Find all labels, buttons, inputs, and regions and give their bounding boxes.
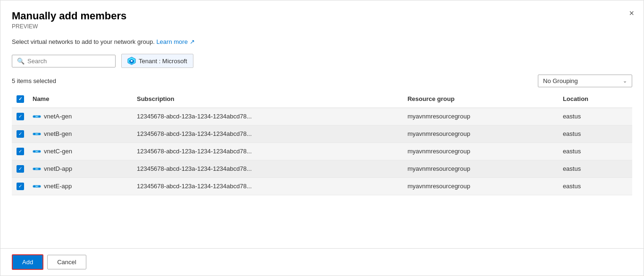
col-location: Location <box>559 90 632 108</box>
row-subscription: 12345678-abcd-123a-1234-1234abcd78... <box>133 177 404 195</box>
svg-point-2 <box>131 60 133 62</box>
close-button[interactable]: × <box>629 9 634 17</box>
row-resource-group: myavnmresourcegroup <box>404 142 559 160</box>
row-checkbox-cell[interactable]: ✓ <box>12 125 29 142</box>
svg-point-6 <box>36 116 38 117</box>
col-name: Name <box>29 90 133 108</box>
svg-point-12 <box>36 133 38 134</box>
row-name-text: vnetA-gen <box>44 113 72 120</box>
row-name-text: vnetC-gen <box>44 148 72 155</box>
learn-more-link[interactable]: Learn more ↗ <box>156 38 194 45</box>
col-subscription: Subscription <box>133 90 404 108</box>
search-icon: 🔍 <box>17 58 25 65</box>
dialog-subtitle: PREVIEW <box>12 23 632 30</box>
row-checkbox[interactable]: ✓ <box>17 113 24 120</box>
items-selected-count: 5 items selected <box>12 77 56 84</box>
dialog-title: Manually add members <box>12 10 632 22</box>
header-checkbox[interactable]: ✓ <box>17 95 24 103</box>
row-checkbox-cell[interactable]: ✓ <box>12 142 29 160</box>
row-subscription: 12345678-abcd-123a-1234-1234abcd78... <box>133 125 404 142</box>
row-location: eastus <box>559 177 632 195</box>
table-row: ✓ vnetC-gen 12345678-abcd-123a-1234-1234… <box>12 142 632 160</box>
row-name: vnetA-gen <box>29 108 133 125</box>
dialog-footer: Add Cancel <box>0 248 644 276</box>
row-location: eastus <box>559 160 632 177</box>
col-resource-group: Resource group <box>404 90 559 108</box>
svg-point-24 <box>36 168 38 169</box>
row-location: eastus <box>559 108 632 125</box>
row-name: vnetE-app <box>29 177 133 195</box>
tenant-icon <box>127 57 136 65</box>
search-box[interactable]: 🔍 <box>12 55 116 67</box>
row-checkbox[interactable]: ✓ <box>17 130 24 138</box>
tenant-label: Tenant : Microsoft <box>139 58 187 65</box>
table-row: ✓ vnetA-gen 12345678-abcd-123a-1234-1234… <box>12 108 632 125</box>
row-checkbox-cell[interactable]: ✓ <box>12 160 29 177</box>
row-resource-group: myavnmresourcegroup <box>404 160 559 177</box>
table-header-row: ✓ Name Subscription Resource group Locat… <box>12 90 632 108</box>
table-container: ✓ Name Subscription Resource group Locat… <box>0 90 644 248</box>
dialog-description: Select virtual networks to add to your n… <box>0 34 644 50</box>
svg-point-30 <box>36 185 38 187</box>
chevron-down-icon: ⌄ <box>623 78 627 84</box>
row-name-text: vnetB-gen <box>44 130 72 137</box>
vnet-icon <box>33 182 41 191</box>
row-name-text: vnetE-app <box>44 183 72 190</box>
members-table: ✓ Name Subscription Resource group Locat… <box>12 90 632 195</box>
row-checkbox[interactable]: ✓ <box>17 165 24 173</box>
row-name: vnetB-gen <box>29 125 133 142</box>
row-checkbox-cell[interactable]: ✓ <box>12 177 29 195</box>
row-resource-group: myavnmresourcegroup <box>404 125 559 142</box>
row-location: eastus <box>559 142 632 160</box>
row-checkbox[interactable]: ✓ <box>17 148 24 155</box>
cancel-button[interactable]: Cancel <box>47 255 86 269</box>
select-all-header[interactable]: ✓ <box>12 90 29 108</box>
table-row: ✓ vnetE-app 12345678-abcd-123a-1234-1234… <box>12 177 632 195</box>
add-button[interactable]: Add <box>12 254 43 270</box>
dialog: Manually add members PREVIEW × Select vi… <box>0 0 644 276</box>
row-subscription: 12345678-abcd-123a-1234-1234abcd78... <box>133 108 404 125</box>
vnet-icon <box>33 147 41 156</box>
grouping-label: No Grouping <box>543 77 578 84</box>
row-name: vnetC-gen <box>29 142 133 160</box>
row-name-text: vnetD-app <box>44 165 72 172</box>
grouping-dropdown[interactable]: No Grouping ⌄ <box>538 75 632 87</box>
search-input[interactable] <box>27 58 110 65</box>
tenant-button[interactable]: Tenant : Microsoft <box>121 54 193 68</box>
row-subscription: 12345678-abcd-123a-1234-1234abcd78... <box>133 160 404 177</box>
table-row: ✓ vnetB-gen 12345678-abcd-123a-1234-1234… <box>12 125 632 142</box>
items-bar: 5 items selected No Grouping ⌄ <box>0 72 644 90</box>
toolbar: 🔍 Tenant : Microsoft <box>0 50 644 72</box>
svg-point-18 <box>36 151 38 152</box>
row-location: eastus <box>559 125 632 142</box>
row-resource-group: myavnmresourcegroup <box>404 177 559 195</box>
vnet-icon <box>33 130 41 138</box>
row-name: vnetD-app <box>29 160 133 177</box>
vnet-icon <box>33 112 41 121</box>
table-row: ✓ vnetD-app 12345678-abcd-123a-1234-1234… <box>12 160 632 177</box>
row-checkbox[interactable]: ✓ <box>17 183 24 190</box>
row-checkbox-cell[interactable]: ✓ <box>12 108 29 125</box>
vnet-icon <box>33 165 41 173</box>
row-subscription: 12345678-abcd-123a-1234-1234abcd78... <box>133 142 404 160</box>
row-resource-group: myavnmresourcegroup <box>404 108 559 125</box>
dialog-header: Manually add members PREVIEW × <box>0 0 644 34</box>
